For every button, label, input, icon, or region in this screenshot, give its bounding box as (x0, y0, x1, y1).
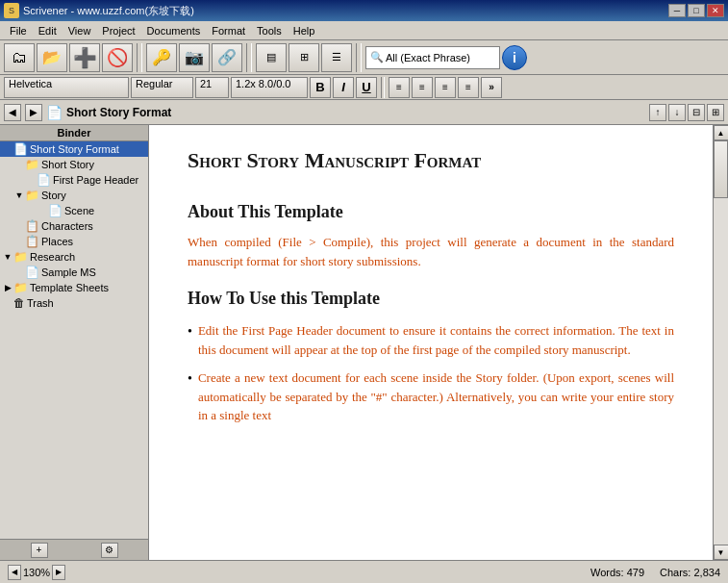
scrollbar-up-btn[interactable]: ▲ (714, 125, 729, 140)
menu-project[interactable]: Project (96, 23, 140, 38)
sidebar-item-template-sheets[interactable]: ▶ 📁 Template Sheets (0, 280, 148, 295)
minimize-button[interactable]: ─ (668, 4, 686, 17)
nav-expand-btn[interactable]: ⊞ (707, 104, 724, 121)
zoom-up-btn[interactable]: ▶ (52, 565, 65, 580)
toolbar-view1-btn[interactable]: ▤ (256, 43, 287, 72)
align-left-btn[interactable]: ≡ (389, 77, 410, 98)
sidebar-item-sample-ms[interactable]: 📄 Sample MS (0, 265, 148, 280)
more-format-btn[interactable]: » (481, 77, 502, 98)
bullet-dot-2: • (188, 368, 192, 425)
item-icon: 📁 (13, 281, 28, 294)
bullet-item-1: • Edit the First Page Header document to… (188, 321, 674, 359)
editor-area[interactable]: Short Story Manuscript Format About This… (149, 125, 713, 560)
sidebar-item-first-page-header[interactable]: 📄 First Page Header (0, 172, 148, 188)
expand-icon-research: ▼ (2, 252, 13, 262)
binder-settings-btn[interactable]: ⚙ (101, 543, 118, 558)
toolbar-view2-btn[interactable]: ⊞ (289, 43, 319, 72)
format-bar: Helvetica Regular 21 1.2x 8.0/0.0 B I U … (0, 75, 728, 100)
toolbar-view3-btn[interactable]: ☰ (321, 43, 352, 72)
section1-title: About This Template (188, 199, 674, 225)
nav-back-button[interactable]: ◀ (4, 104, 21, 121)
align-justify-btn[interactable]: ≡ (458, 77, 479, 98)
item-icon: 📁 (13, 250, 28, 264)
nav-down-btn[interactable]: ↓ (668, 104, 686, 121)
scrollbar-track[interactable] (714, 140, 728, 545)
toolbar-folder-btn[interactable]: 📂 (37, 43, 67, 72)
binder-footer: + ⚙ (0, 539, 148, 560)
toolbar-camera-btn[interactable]: 📷 (179, 43, 210, 72)
align-center-btn[interactable]: ≡ (412, 77, 433, 98)
sidebar-item-trash[interactable]: 🗑 Trash (0, 295, 148, 311)
expand-icon-template: ▶ (2, 283, 13, 292)
scrollbar-thumb[interactable] (714, 140, 728, 198)
binder-tree: 📄 Short Story Format 📁 Short Story 📄 Fir… (0, 141, 148, 539)
italic-button[interactable]: I (333, 77, 354, 98)
nav-up-btn[interactable]: ↑ (649, 104, 666, 121)
size-select[interactable]: 21 (195, 77, 229, 98)
toolbar: 🗂 📂 ➕ 🚫 🔑 📷 🔗 ▤ ⊞ ☰ 🔍 All (Exact Phrase)… (0, 40, 728, 75)
menu-view[interactable]: View (63, 23, 97, 38)
title-bar-text: Scrivener - www.uzzf.com(东坡下载) (23, 4, 194, 18)
toolbar-link-btn[interactable]: 🔗 (212, 43, 242, 72)
sidebar-item-characters[interactable]: 📋 Characters (0, 218, 148, 234)
close-button[interactable]: ✕ (707, 4, 724, 17)
sidebar-item-short-story-format[interactable]: 📄 Short Story Format (0, 141, 148, 157)
sidebar-item-scene[interactable]: 📄 Scene (0, 203, 148, 218)
toolbar-delete-btn[interactable]: 🚫 (102, 43, 133, 72)
bullet-text-2: Create a new text document for each scen… (198, 368, 674, 425)
zoom-down-btn[interactable]: ◀ (8, 565, 21, 580)
sidebar-item-research[interactable]: ▼ 📁 Research (0, 249, 148, 265)
sidebar-item-short-story[interactable]: 📁 Short Story (0, 157, 148, 172)
menu-file[interactable]: File (4, 23, 33, 38)
menu-bar: File Edit View Project Documents Format … (0, 21, 728, 40)
section1-body-text: When compiled (File > Compile), this pro… (188, 235, 674, 268)
search-box[interactable]: 🔍 All (Exact Phrase) (365, 46, 500, 69)
toolbar-add-btn[interactable]: ➕ (69, 43, 100, 72)
menu-format[interactable]: Format (206, 23, 251, 38)
expand-icon-story: ▼ (13, 190, 25, 200)
section1-body: When compiled (File > Compile), this pro… (188, 233, 674, 270)
editor-main-title: Short Story Manuscript Format (188, 144, 674, 176)
binder-panel: Binder 📄 Short Story Format 📁 Short Stor… (0, 125, 149, 560)
spacing-select[interactable]: 1.2x 8.0/0.0 (231, 77, 308, 98)
title-bar: S Scrivener - www.uzzf.com(东坡下载) ─ □ ✕ (0, 0, 728, 21)
style-select[interactable]: Regular (131, 77, 193, 98)
search-placeholder: All (Exact Phrase) (386, 52, 470, 63)
menu-tools[interactable]: Tools (251, 23, 288, 38)
menu-help[interactable]: Help (288, 23, 321, 38)
scrollbar-down-btn[interactable]: ▼ (714, 545, 729, 560)
sidebar-item-label: Scene (64, 205, 94, 216)
align-right-btn[interactable]: ≡ (435, 77, 456, 98)
bold-button[interactable]: B (310, 77, 331, 98)
item-icon: 📄 (37, 173, 51, 187)
sidebar-item-label: First Page Header (53, 174, 138, 186)
binder-add-btn[interactable]: + (31, 543, 48, 558)
toolbar-binder-btn[interactable]: 🗂 (4, 43, 35, 72)
sidebar-item-places[interactable]: 📋 Places (0, 234, 148, 249)
info-button[interactable]: i (502, 45, 527, 70)
item-icon: 📁 (25, 189, 39, 202)
app-icon: S (4, 3, 19, 18)
bullet-dot-1: • (188, 321, 192, 359)
maximize-button[interactable]: □ (688, 4, 705, 17)
title-bar-left: S Scrivener - www.uzzf.com(东坡下载) (4, 3, 194, 18)
nav-split-btn[interactable]: ⊟ (688, 104, 705, 121)
item-icon: 📋 (25, 235, 39, 248)
sidebar-item-label: Short Story (41, 159, 94, 170)
toolbar-key-btn[interactable]: 🔑 (146, 43, 177, 72)
main-area: Binder 📄 Short Story Format 📁 Short Stor… (0, 125, 728, 560)
font-select[interactable]: Helvetica (4, 77, 129, 98)
item-icon: 📄 (13, 142, 28, 156)
toolbar-sep1 (137, 43, 142, 72)
doc-icon: 📄 (46, 105, 63, 120)
sidebar-item-label: Characters (41, 220, 93, 232)
sidebar-item-story[interactable]: ▼ 📁 Story (0, 188, 148, 203)
item-icon: 📄 (25, 266, 39, 279)
item-icon: 🗑 (13, 296, 25, 310)
underline-button[interactable]: U (356, 77, 377, 98)
menu-documents[interactable]: Documents (141, 23, 207, 38)
nav-forward-button[interactable]: ▶ (25, 104, 42, 121)
menu-edit[interactable]: Edit (33, 23, 63, 38)
zoom-level: 130% (23, 567, 50, 578)
sidebar-item-label: Research (30, 251, 75, 263)
